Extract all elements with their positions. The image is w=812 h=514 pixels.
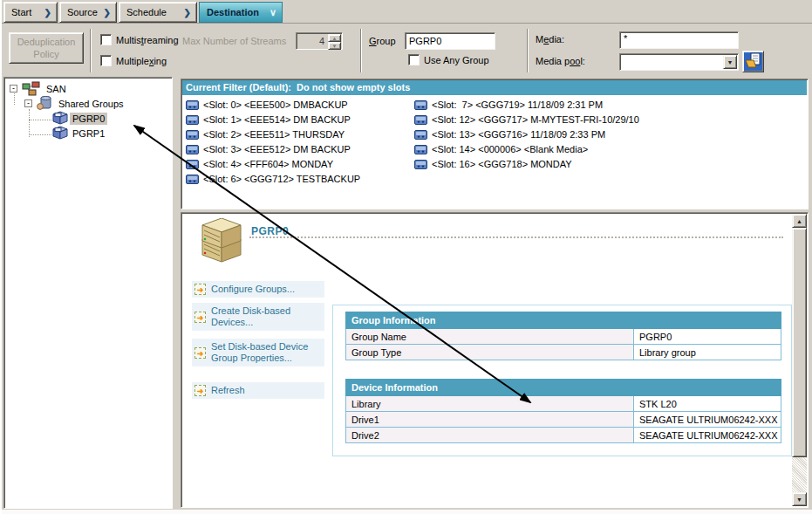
group-detail-panel: PGRP0 ➜ Configure Groups... ➜ Create Dis… (181, 212, 809, 508)
use-any-group-checkbox[interactable] (408, 54, 420, 65)
tab-schedule[interactable]: Schedule ❯ (119, 2, 197, 23)
tape-media-icon (414, 144, 427, 154)
chevron-right-icon: ❯ (184, 8, 191, 17)
scrollbar-thumb[interactable] (792, 228, 807, 457)
slot-item[interactable]: <Slot: 12> <GGG717> M-MYTEST-FRI-10/29/1… (414, 113, 639, 126)
media-document-icon (744, 51, 762, 70)
slot-item[interactable]: <Slot: 16> <GGG718> MONDAY (414, 157, 572, 170)
tab-destination[interactable]: Destination ∨ (199, 2, 283, 23)
library-group-icon (51, 111, 69, 125)
group-label: Group (369, 36, 396, 46)
row-label: Drive1 (346, 412, 634, 428)
library-device-icon (194, 218, 244, 264)
multistreaming-label[interactable]: Multistreaming (116, 35, 179, 45)
media-input[interactable]: * (619, 31, 739, 49)
max-streams-value: 4 (319, 36, 324, 46)
chevron-right-icon: ❯ (44, 8, 51, 17)
slot-item[interactable]: <Slot: 3> <EEE512> DM BACKUP (186, 142, 351, 155)
row-value: PGRP0 (634, 329, 781, 345)
group-tree-panel: - SAN - Shared Groups PGRP0 (3, 77, 173, 509)
dropdown-arrow-icon[interactable]: ▼ (723, 55, 737, 69)
tab-source-label: Source (67, 7, 98, 17)
row-label: Library (346, 396, 634, 412)
table-row: Drive2 SEAGATE ULTRIUM06242-XXX (346, 428, 781, 443)
deduplication-policy-button[interactable]: Deduplication Policy (9, 32, 84, 64)
refresh-link[interactable]: ➜ Refresh (192, 382, 324, 399)
tape-media-icon (186, 144, 199, 154)
scroll-down-icon[interactable]: ▼ (792, 492, 807, 506)
tape-media-icon (414, 129, 427, 140)
tab-source[interactable]: Source ❯ (59, 2, 117, 23)
slot-item[interactable]: <Slot: 6> <GGG712> TESTBACKUP (186, 172, 360, 185)
group-information-header: Group Information (346, 312, 781, 329)
deduplication-policy-label-line1: Deduplication (17, 37, 76, 47)
slot-item[interactable]: <Slot: 7> <GGG719> 11/18/09 2:31 PM (414, 98, 603, 111)
toolbar-separator (527, 29, 529, 72)
group-information-table: Group Information Group Name PGRP0 Group… (345, 312, 781, 360)
create-disk-devices-link[interactable]: ➜ Create Disk-based Devices... (192, 303, 324, 331)
vertical-scrollbar[interactable]: ▲ ▼ (792, 214, 807, 506)
task-arrow-icon: ➜ (194, 347, 206, 359)
slot-item[interactable]: <Slot: 0> <EEE500> DMBACKUP (186, 98, 348, 111)
multiplexing-checkbox[interactable] (100, 55, 112, 66)
row-label: Group Name (346, 329, 634, 345)
row-label: Group Type (346, 345, 634, 360)
deduplication-policy-label-line2: Policy (33, 49, 58, 59)
max-streams-label: Max Number of Streams (182, 36, 286, 46)
table-row: Group Name PGRP0 (346, 329, 781, 345)
library-group-icon (51, 126, 69, 140)
task-arrow-icon: ➜ (194, 284, 206, 295)
slot-item[interactable]: <Slot: 2> <EEE511> THURSDAY (186, 127, 345, 140)
multistreaming-checkbox[interactable] (100, 34, 112, 45)
shared-groups-icon (37, 95, 53, 111)
tree-collapse-icon[interactable]: - (10, 85, 17, 93)
table-row: Group Type Library group (346, 345, 781, 360)
scroll-up-icon[interactable]: ▲ (792, 214, 807, 228)
group-input[interactable]: PGRP0 (405, 32, 495, 50)
tree-item-shared-groups[interactable]: Shared Groups (56, 98, 126, 110)
san-network-icon (22, 81, 41, 96)
group-title: PGRP0 (251, 225, 289, 237)
table-row: Library STK L20 (346, 396, 781, 412)
max-streams-spinner[interactable]: 4 ▲ ▼ (296, 32, 343, 50)
tree-item-san[interactable]: SAN (44, 83, 69, 95)
tape-media-icon (414, 99, 427, 110)
row-value: SEAGATE ULTRIUM06242-XXX (634, 428, 781, 443)
info-tables-container: Group Information Group Name PGRP0 Group… (332, 305, 792, 456)
group-input-value: PGRP0 (409, 36, 441, 46)
spinner-down-icon[interactable]: ▼ (328, 42, 341, 50)
slot-item[interactable]: <Slot: 14> <000006> <Blank Media> (414, 142, 588, 155)
spinner-up-icon[interactable]: ▲ (328, 34, 341, 42)
media-pool-browse-button[interactable] (742, 51, 764, 72)
slot-item[interactable]: <Slot: 4> <FFF604> MONDAY (186, 157, 333, 170)
row-label: Drive2 (346, 428, 634, 443)
configure-groups-link[interactable]: ➜ Configure Groups... (192, 281, 324, 298)
media-pool-combobox[interactable]: ▼ (619, 53, 739, 71)
row-value: SEAGATE ULTRIUM06242-XXX (634, 412, 781, 428)
title-separator (249, 236, 783, 238)
destination-window: Start ❯ Source ❯ Schedule ❯ Destination … (0, 0, 812, 514)
tape-media-icon (414, 114, 427, 125)
tape-media-icon (186, 174, 199, 184)
slot-item[interactable]: <Slot: 13> <GGG716> 11/18/09 2:33 PM (414, 127, 605, 140)
multiplexing-label[interactable]: Multiplexing (116, 56, 167, 66)
table-row: Drive1 SEAGATE ULTRIUM06242-XXX (346, 412, 781, 428)
tape-media-icon (414, 159, 427, 169)
scrollbar-track[interactable] (792, 457, 807, 492)
task-arrow-icon: ➜ (194, 312, 206, 323)
tab-divider (2, 23, 812, 24)
tree-item-pgrp0[interactable]: PGRP0 (70, 113, 107, 125)
tree-item-pgrp1[interactable]: PGRP1 (70, 127, 107, 140)
media-pool-label: Media pool: (536, 56, 585, 66)
slot-item[interactable]: <Slot: 1> <EEE514> DM BACKUP (186, 113, 351, 126)
toolbar-separator (90, 29, 92, 72)
chevron-right-icon: ❯ (104, 8, 111, 17)
set-disk-group-properties-link[interactable]: ➜ Set Disk-based Device Group Properties… (192, 339, 324, 367)
tab-start[interactable]: Start ❯ (3, 2, 58, 23)
tape-media-icon (186, 129, 199, 140)
current-filter-header: Current Filter (Default): Do not show em… (182, 80, 807, 95)
tab-schedule-label: Schedule (126, 7, 167, 17)
tape-media-icon (186, 159, 199, 169)
use-any-group-label[interactable]: Use Any Group (424, 55, 489, 65)
tree-collapse-icon[interactable]: - (24, 99, 32, 107)
